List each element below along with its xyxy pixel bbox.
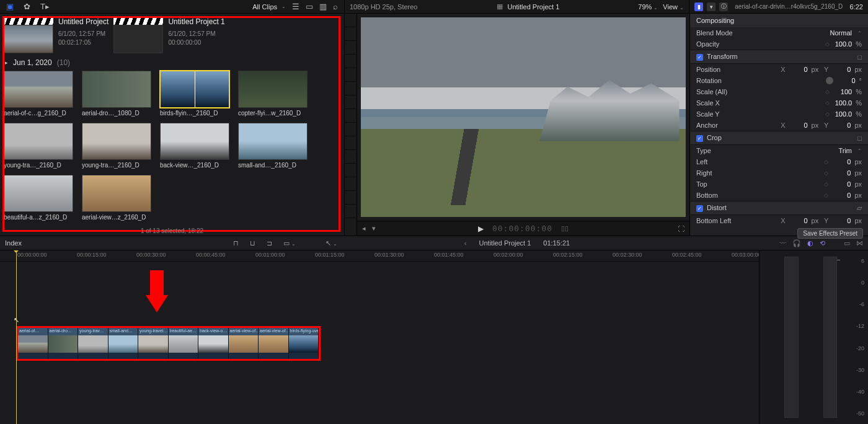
- opacity-value[interactable]: 100.0: [833, 40, 852, 48]
- angle-icon[interactable]: ▦: [497, 2, 503, 11]
- clip-item[interactable]: small-and…_2160_D: [238, 123, 308, 169]
- keyframe-icon[interactable]: ◇: [825, 41, 830, 47]
- keyframe-icon[interactable]: ◇: [824, 170, 828, 176]
- clip-browser[interactable]: Untitled Project 6/1/20, 12:57 PM 00:02:…: [0, 14, 345, 236]
- crop-type-label: Type: [696, 147, 711, 154]
- clip-label: aerial-view…z_2160_D: [82, 214, 151, 221]
- timeline-clip[interactable]: aerial-dro…: [48, 328, 79, 359]
- transform-reset-icon[interactable]: □: [857, 53, 862, 61]
- crop-left-value[interactable]: 0: [832, 158, 851, 166]
- timeline-clip[interactable]: aerial-view-of…: [259, 328, 289, 359]
- zoom-level[interactable]: 79%⌄: [638, 3, 658, 11]
- timeline-clip-thumb: [18, 335, 48, 353]
- crop-top-value[interactable]: 0: [832, 180, 851, 188]
- filmstrip-view-icon[interactable]: ▭: [306, 2, 313, 11]
- clip-filter[interactable]: All Clips⌄: [252, 3, 286, 11]
- timeline-history-back-icon[interactable]: ‹: [464, 239, 467, 247]
- timeline-clip[interactable]: beautiful-ae…: [169, 328, 199, 359]
- timeline-clip-audio: [229, 353, 259, 359]
- anchor-y[interactable]: 0: [832, 121, 851, 129]
- position-y[interactable]: 0: [832, 66, 851, 73]
- scale-all-value[interactable]: 100: [833, 88, 852, 95]
- crop-checkbox[interactable]: ✓: [696, 135, 703, 142]
- info-inspector-icon[interactable]: ⓘ: [719, 2, 728, 11]
- distort-reset-icon[interactable]: ▱: [857, 204, 862, 212]
- keyframe-icon[interactable]: ◇: [824, 192, 828, 198]
- crop-right-value[interactable]: 0: [832, 169, 851, 177]
- fullscreen-icon[interactable]: ⛶: [678, 225, 684, 232]
- color-inspector-icon[interactable]: ▾: [707, 2, 715, 11]
- anchor-label: Anchor: [696, 121, 718, 129]
- disclosure-triangle-icon[interactable]: ▸: [5, 60, 8, 66]
- titles-icon[interactable]: T▸: [40, 2, 50, 11]
- clip-item[interactable]: aerial-of-c…g_2160_D: [4, 71, 73, 117]
- project-card[interactable]: Untitled Project 6/1/20, 12:57 PM 00:02:…: [4, 17, 108, 53]
- clip-appearance-icon[interactable]: ▥: [319, 2, 327, 11]
- project-card[interactable]: Untitled Project 1 6/1/20, 12:57 PM 00:0…: [113, 17, 224, 53]
- timeline-clip[interactable]: young-travel…: [138, 328, 169, 359]
- select-tool-icon[interactable]: ↖⌄: [323, 239, 340, 247]
- overwrite-tool-icon[interactable]: ▭⌄: [281, 239, 298, 247]
- timeline-clip-audio: [78, 353, 108, 359]
- transform-checkbox[interactable]: ✓: [696, 54, 703, 61]
- crop-type-select[interactable]: Trim⌃: [838, 147, 862, 154]
- viewer-canvas[interactable]: [361, 17, 686, 217]
- keyframe-icon[interactable]: ◇: [825, 89, 830, 95]
- clip-item[interactable]: young-tra…_2160_D: [82, 123, 151, 169]
- timeline-clip[interactable]: aerial-view-of…: [229, 328, 259, 359]
- prev-edit-icon[interactable]: ◂: [362, 224, 366, 232]
- library-icon[interactable]: ▣: [6, 2, 14, 11]
- timeline-clip[interactable]: small-and…: [108, 328, 139, 359]
- timeline-clip-label: aerial-view-of…: [259, 328, 288, 335]
- clip-item[interactable]: copter-flyi…w_2160_D: [238, 71, 308, 117]
- anchor-x[interactable]: 0: [789, 121, 808, 129]
- match-frame-icon[interactable]: ▾: [372, 224, 376, 232]
- timeline-clip[interactable]: back-view-o…: [198, 328, 229, 359]
- photos-icon[interactable]: ✿: [24, 2, 30, 11]
- timeline[interactable]: 00:00:00:0000:00:15:0000:00:30:0000:00:4…: [0, 250, 759, 424]
- scale-x-value[interactable]: 100.0: [833, 99, 852, 107]
- loop-icon[interactable]: ▯▯: [561, 224, 569, 232]
- crop-reset-icon[interactable]: □: [857, 135, 862, 142]
- timeline-clips-highlight[interactable]: aerial-of… aerial-dro… young-trav… small…: [16, 326, 321, 361]
- blend-mode-select[interactable]: Normal⌃: [830, 29, 862, 37]
- clip-label: young-tra…_2160_D: [4, 162, 73, 169]
- timeline-ruler[interactable]: 00:00:00:0000:00:15:0000:00:30:0000:00:4…: [0, 250, 759, 262]
- keyframe-icon[interactable]: ◇: [824, 159, 828, 165]
- clip-item[interactable]: birds-flyin…_2160_D: [160, 71, 229, 117]
- save-effects-preset-button[interactable]: Save Effects Preset: [797, 228, 863, 239]
- clip-item[interactable]: young-tra…_2160_D: [4, 123, 73, 169]
- transform-header: Transform: [707, 53, 738, 60]
- scale-y-value[interactable]: 100.0: [833, 110, 852, 118]
- keyframe-icon[interactable]: ◇: [825, 100, 830, 106]
- crop-bottom-value[interactable]: 0: [832, 192, 851, 199]
- view-menu[interactable]: View⌄: [663, 3, 684, 11]
- video-inspector-icon[interactable]: ▮: [694, 2, 703, 11]
- bottom-left-x[interactable]: 0: [789, 217, 808, 224]
- list-view-icon[interactable]: ☰: [292, 2, 299, 11]
- timeline-clip[interactable]: birds-flying-ove…: [289, 328, 319, 359]
- project-duration: 00:02:17:05: [58, 38, 108, 47]
- keyframe-icon[interactable]: ◇: [825, 111, 830, 117]
- rotation-dial-icon[interactable]: [826, 77, 833, 84]
- clip-item[interactable]: beautiful-a…z_2160_D: [4, 175, 73, 221]
- insert-tool-icon[interactable]: ⊔: [247, 239, 258, 247]
- clip-item[interactable]: aerial-view…z_2160_D: [82, 175, 151, 221]
- bottom-left-y[interactable]: 0: [832, 217, 851, 224]
- rotation-label: Rotation: [696, 77, 722, 84]
- clip-item[interactable]: back-view…_2160_D: [160, 123, 229, 169]
- rotation-value[interactable]: 0: [837, 77, 856, 84]
- search-icon[interactable]: ⌕: [333, 2, 338, 11]
- append-tool-icon[interactable]: ⊐: [264, 239, 275, 247]
- play-button[interactable]: ▶: [478, 224, 484, 233]
- clip-item[interactable]: aerial-dro…_1080_D: [82, 71, 151, 117]
- index-button[interactable]: Index: [5, 239, 22, 247]
- connect-tool-icon[interactable]: ⊓: [231, 239, 241, 247]
- timeline-clip[interactable]: young-trav…: [78, 328, 108, 359]
- position-x[interactable]: 0: [789, 66, 808, 73]
- distort-checkbox[interactable]: ✓: [696, 205, 703, 212]
- keyframe-icon[interactable]: ◇: [824, 181, 828, 187]
- timeline-clip[interactable]: aerial-of…: [18, 328, 48, 359]
- playhead[interactable]: [16, 250, 17, 424]
- viewer-timecode[interactable]: 00:00:00:00: [492, 224, 552, 233]
